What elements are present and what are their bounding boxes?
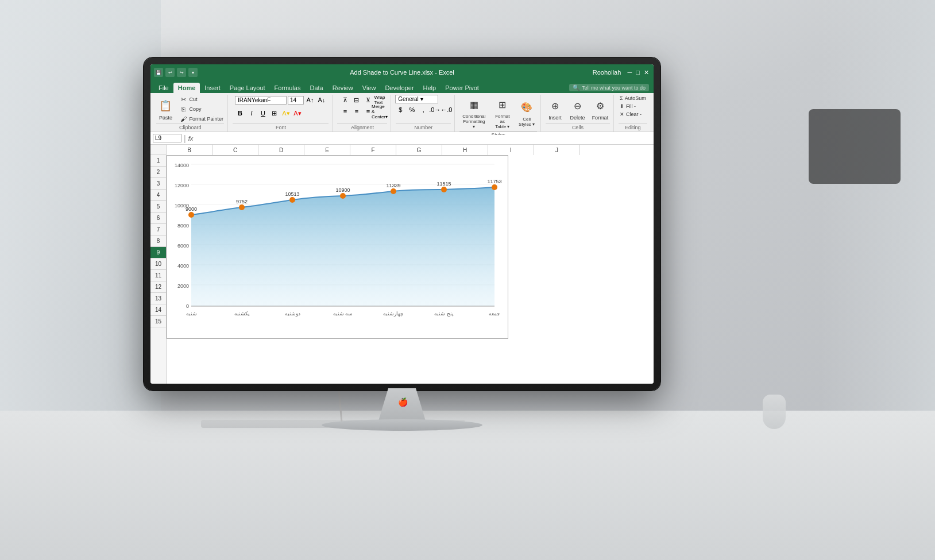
row-header-7[interactable]: 7 — [150, 224, 166, 235]
paste-button[interactable]: 📋 Paste — [155, 96, 176, 122]
ribbon-search-box[interactable]: 🔍 Tell me what you want to do — [569, 84, 649, 91]
alignment-label: Alignment — [337, 123, 387, 132]
excel-undo-btn[interactable]: ↩ — [165, 68, 175, 77]
fill-button[interactable]: ⬇ Fill - — [618, 103, 638, 110]
clear-button[interactable]: ✕ Clear - — [618, 111, 643, 118]
tab-home[interactable]: Home — [173, 83, 200, 93]
cut-button[interactable]: ✂ Cut — [177, 95, 225, 104]
row-header-3[interactable]: 3 — [150, 178, 166, 190]
tab-insert[interactable]: Insert — [200, 83, 225, 93]
formula-input[interactable] — [195, 135, 651, 141]
row-header-14[interactable]: 14 — [150, 304, 166, 316]
excel-redo-btn[interactable]: ↪ — [177, 68, 186, 77]
decimal-increase-button[interactable]: .0→ — [430, 105, 440, 115]
excel-title-text: Add Shade to Curve Line.xlsx - Excel — [350, 69, 454, 76]
col-header-I[interactable]: I — [488, 145, 534, 155]
ribbon-group-font: IRANYekanF 14 A↑ A↓ B I U ⊞ — [229, 95, 333, 132]
row-header-9[interactable]: 9 — [150, 247, 166, 258]
delete-cells-button[interactable]: ⊖ Delete — [567, 96, 588, 122]
border-button[interactable]: ⊞ — [269, 108, 280, 118]
col-header-B[interactable]: B — [167, 145, 212, 155]
format-painter-label: Format Painter — [189, 116, 223, 122]
value-label-1: 9752 — [236, 199, 248, 204]
tab-file[interactable]: File — [154, 83, 173, 93]
row-header-13[interactable]: 13 — [150, 293, 166, 304]
format-as-table-button[interactable]: ⊞ Format asTable ▾ — [490, 95, 515, 131]
tab-view[interactable]: View — [358, 83, 381, 93]
tab-data[interactable]: Data — [305, 83, 327, 93]
tab-developer[interactable]: Developer — [380, 83, 418, 93]
col-header-D[interactable]: D — [258, 145, 304, 155]
align-left-button[interactable]: ≡ — [340, 106, 350, 117]
window-minimize[interactable]: ─ — [627, 69, 632, 76]
window-close[interactable]: ✕ — [644, 69, 649, 76]
second-monitor — [809, 109, 901, 184]
font-size-dropdown[interactable]: 14 — [288, 96, 304, 105]
conditional-formatting-button[interactable]: ▦ ConditionalFormatting ▾ — [459, 95, 489, 131]
column-headers-row: B C D E F G H I J — [150, 145, 654, 155]
value-label-2: 10513 — [285, 191, 299, 197]
row-header-8[interactable]: 8 — [150, 235, 166, 247]
cell-styles-label: CellStyles ▾ — [519, 117, 535, 127]
align-middle-button[interactable]: ⊟ — [351, 95, 362, 105]
row-header-5[interactable]: 5 — [150, 201, 166, 213]
window-maximize[interactable]: □ — [636, 69, 640, 76]
tab-power-pivot[interactable]: Power Pivot — [441, 83, 484, 93]
italic-button[interactable]: I — [246, 108, 257, 118]
copy-button[interactable]: ⎘ Copy — [177, 105, 225, 114]
row-header-15[interactable]: 15 — [150, 316, 166, 327]
comma-button[interactable]: , — [418, 105, 428, 115]
fill-label: Fill - — [626, 103, 636, 109]
font-shrink-button[interactable]: A↓ — [316, 95, 327, 105]
format-painter-icon: 🖌 — [179, 115, 187, 123]
cell-reference-input[interactable] — [153, 134, 181, 142]
insert-cells-label: Insert — [548, 115, 562, 121]
col-header-F[interactable]: F — [350, 145, 396, 155]
accounting-button[interactable]: $ — [395, 105, 405, 115]
row-header-12[interactable]: 12 — [150, 281, 166, 293]
col-header-G[interactable]: G — [396, 145, 442, 155]
ribbon-group-number: General ▾ $ % , .0→ ←.0 Number — [392, 95, 455, 132]
excel-customize-btn[interactable]: ▾ — [188, 68, 198, 77]
merge-center-button[interactable]: Merge & Center▾ — [374, 106, 385, 117]
row-header-10[interactable]: 10 — [150, 258, 166, 270]
autosum-button[interactable]: Σ AutoSum — [618, 95, 648, 102]
align-center-button[interactable]: ≡ — [351, 106, 362, 117]
col-header-C[interactable]: C — [212, 145, 258, 155]
row-header-4[interactable]: 4 — [150, 190, 166, 201]
fx-label: fx — [188, 135, 194, 142]
align-top-button[interactable]: ⊼ — [340, 95, 350, 105]
percent-button[interactable]: % — [407, 105, 417, 115]
decimal-decrease-button[interactable]: ←.0 — [441, 105, 451, 115]
insert-cells-button[interactable]: ⊕ Insert — [545, 96, 566, 122]
fill-color-button[interactable]: A▾ — [281, 108, 291, 118]
font-content: IRANYekanF 14 A↑ A↓ B I U ⊞ — [235, 95, 327, 123]
font-color-button[interactable]: A▾ — [292, 108, 303, 118]
font-row-2: B I U ⊞ A▾ A▾ — [235, 108, 303, 118]
col-header-H[interactable]: H — [442, 145, 488, 155]
tab-help[interactable]: Help — [419, 83, 441, 93]
tab-formulas[interactable]: Formulas — [270, 83, 306, 93]
format-as-table-label: Format asTable ▾ — [493, 114, 512, 129]
excel-chart[interactable]: 14000 12000 10000 8000 6000 4000 2000 0 — [167, 155, 508, 339]
tab-review[interactable]: Review — [328, 83, 358, 93]
clipboard-content: 📋 Paste ✂ Cut ⎘ Copy — [155, 95, 225, 123]
tab-page-layout[interactable]: Page Layout — [225, 83, 270, 93]
row-header-11[interactable]: 11 — [150, 270, 166, 281]
row-header-6[interactable]: 6 — [150, 213, 166, 224]
cell-styles-button[interactable]: 🎨 CellStyles ▾ — [516, 98, 537, 129]
bold-button[interactable]: B — [235, 108, 245, 118]
format-cells-button[interactable]: ⚙ Format — [590, 96, 611, 122]
row-header-1[interactable]: 1 — [150, 155, 166, 167]
excel-save-btn[interactable]: 💾 — [154, 68, 163, 77]
format-painter-button[interactable]: 🖌 Format Painter — [177, 114, 225, 123]
y-label-2000: 2000 — [177, 283, 189, 289]
underline-button[interactable]: U — [258, 108, 268, 118]
font-name-dropdown[interactable]: IRANYekanF — [235, 96, 287, 105]
row-header-2[interactable]: 2 — [150, 167, 166, 178]
number-format-dropdown[interactable]: General ▾ — [395, 95, 438, 103]
font-grow-button[interactable]: A↑ — [305, 95, 315, 105]
col-header-E[interactable]: E — [304, 145, 350, 155]
col-header-J[interactable]: J — [534, 145, 580, 155]
data-point-2 — [289, 197, 295, 203]
